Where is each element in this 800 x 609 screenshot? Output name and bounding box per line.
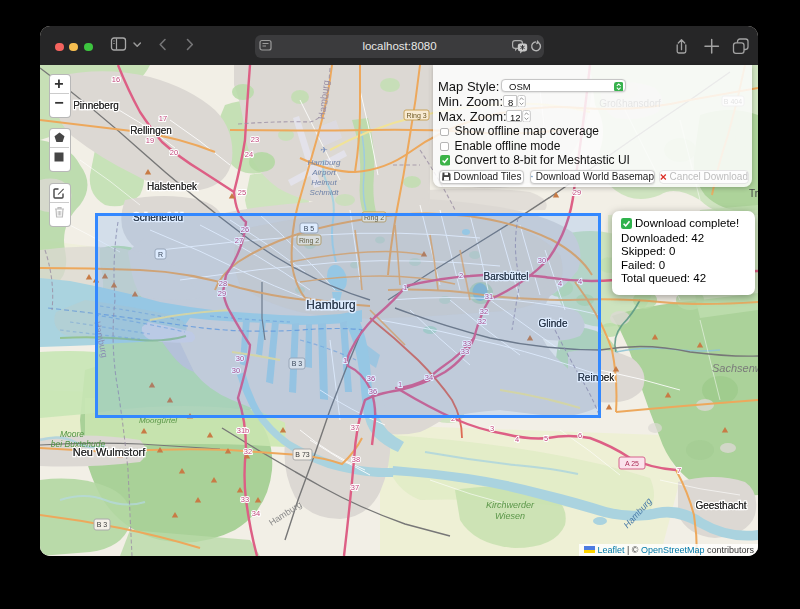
svg-text:Halstenbek: Halstenbek <box>147 181 198 192</box>
svg-text:17: 17 <box>159 114 167 123</box>
svg-text:16: 16 <box>112 75 120 84</box>
svg-text:23: 23 <box>251 135 259 144</box>
svg-text:29: 29 <box>573 188 581 197</box>
svg-text:Rellingen: Rellingen <box>130 125 172 136</box>
svg-text:Sachsenwald: Sachsenwald <box>712 362 758 374</box>
svg-text:✈: ✈ <box>320 145 328 155</box>
svg-text:31b: 31b <box>237 426 250 435</box>
svg-text:25: 25 <box>238 188 246 197</box>
svg-text:Moore: Moore <box>60 429 84 439</box>
svg-text:Trit: Trit <box>749 188 758 199</box>
svg-text:B 3: B 3 <box>97 521 108 528</box>
svg-text:B 73: B 73 <box>295 451 310 458</box>
svg-text:Schmidt: Schmidt <box>310 188 340 197</box>
svg-text:24: 24 <box>245 150 253 159</box>
svg-text:19: 19 <box>146 136 154 145</box>
svg-text:32: 32 <box>244 447 252 456</box>
svg-text:7: 7 <box>677 466 681 475</box>
svg-text:3: 3 <box>490 424 494 433</box>
svg-text:34: 34 <box>252 509 260 518</box>
svg-text:6: 6 <box>578 431 582 440</box>
svg-text:A 25: A 25 <box>625 460 639 467</box>
svg-text:Geesthacht: Geesthacht <box>695 500 746 511</box>
svg-text:38: 38 <box>352 455 360 464</box>
svg-text:bei Buxtehude: bei Buxtehude <box>51 439 106 449</box>
svg-text:5: 5 <box>544 434 548 443</box>
svg-text:37: 37 <box>351 423 359 432</box>
svg-text:Hamburg: Hamburg <box>308 158 341 167</box>
svg-text:4: 4 <box>515 435 519 444</box>
svg-text:Airport: Airport <box>311 168 336 177</box>
svg-text:Wiesen: Wiesen <box>495 511 525 521</box>
svg-text:37: 37 <box>351 483 359 492</box>
svg-text:Helmut: Helmut <box>311 178 337 187</box>
svg-text:Ring 3: Ring 3 <box>406 112 426 120</box>
svg-text:33: 33 <box>241 495 249 504</box>
svg-text:Kirchwerder: Kirchwerder <box>486 500 535 510</box>
svg-text:Pinneberg: Pinneberg <box>73 100 119 111</box>
svg-text:20: 20 <box>170 148 178 157</box>
